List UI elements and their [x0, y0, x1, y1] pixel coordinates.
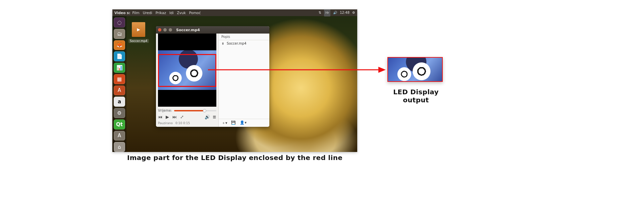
- led-output-thumbnail: [387, 57, 443, 82]
- media-player-window: Soccer.mp4 Vrijeme: ⏮ ▶ ⏭: [156, 26, 269, 127]
- playback-time: 0:10 0:15: [175, 121, 190, 125]
- font-util-icon[interactable]: A: [114, 86, 125, 96]
- menu-film[interactable]: Film: [132, 9, 140, 16]
- playlist-user-button[interactable]: 👤▾: [239, 120, 248, 125]
- clock-indicator[interactable]: 12:48: [340, 9, 350, 16]
- window-titlebar[interactable]: Soccer.mp4: [156, 26, 269, 34]
- playlist-header: Popis: [219, 34, 269, 40]
- menu-zvuk[interactable]: Zvuk: [177, 9, 186, 16]
- volume-indicator-icon[interactable]: 🔊: [333, 9, 337, 16]
- crop-rectangle: [158, 54, 216, 87]
- menu-uredi[interactable]: Uredi: [143, 9, 152, 16]
- qt-icon[interactable]: Qt: [114, 119, 125, 129]
- volume-icon[interactable]: 🔊: [205, 114, 210, 119]
- led-output-caption: LED Display output: [382, 88, 449, 104]
- dash-icon[interactable]: ◌: [114, 17, 125, 28]
- bottom-caption: Image part for the LED Display enclosed …: [112, 154, 357, 162]
- playlist-item[interactable]: ⏸ Soccer.mp4: [219, 40, 269, 47]
- playlist-save-button[interactable]: 💾: [230, 120, 237, 125]
- playlist-pane: Popis ⏸ Soccer.mp4 ＋▾ 💾 👤▾: [218, 34, 269, 127]
- menu-pomoc[interactable]: Pomoć: [189, 9, 201, 16]
- playback-status: Pauzirano: [158, 121, 173, 125]
- skip-back-button[interactable]: ⏮: [158, 114, 162, 119]
- desktop-file-soccer[interactable]: ▶ Soccer.mp4: [128, 22, 149, 43]
- session-gear-icon[interactable]: ⚙: [352, 9, 355, 16]
- ubuntu-desktop: Video s: Film Uredi Prikaz Idi Zvuk Pomo…: [112, 9, 357, 152]
- window-minimize-button[interactable]: [163, 28, 167, 32]
- playlist-add-button[interactable]: ＋▾: [221, 120, 228, 125]
- window-title: Soccer.mp4: [176, 28, 200, 32]
- video-canvas[interactable]: [158, 34, 216, 107]
- top-menubar: Video s: Film Uredi Prikaz Idi Zvuk Pomo…: [112, 9, 357, 16]
- language-indicator[interactable]: Hr: [324, 9, 330, 16]
- menu-idi[interactable]: Idi: [169, 9, 174, 16]
- amazon-icon[interactable]: a: [114, 97, 125, 107]
- playlist-toggle-button[interactable]: ≣: [213, 114, 216, 119]
- calc-icon[interactable]: 📊: [114, 63, 125, 73]
- player-main-pane: Vrijeme: ⏮ ▶ ⏭ ⤢ 🔊 ≣: [156, 34, 218, 127]
- network-indicator-icon[interactable]: ⇅: [319, 9, 321, 16]
- system-settings-icon[interactable]: ⚙: [114, 108, 125, 118]
- desktop-file-label: Soccer.mp4: [128, 39, 149, 43]
- files-icon[interactable]: 🗂: [114, 29, 125, 39]
- fullscreen-button[interactable]: ⤢: [180, 114, 184, 119]
- skip-forward-button[interactable]: ⏭: [172, 114, 177, 119]
- impress-icon[interactable]: ▦: [114, 74, 125, 84]
- menu-prikaz[interactable]: Prikaz: [156, 9, 166, 16]
- window-close-button[interactable]: [158, 28, 161, 32]
- playlist-item-label: Soccer.mp4: [227, 42, 246, 45]
- unity-launcher: ◌ 🗂 🦊 📄 📊 ▦ A a ⚙ Qt A ⌂: [112, 16, 126, 152]
- play-button[interactable]: ▶: [166, 114, 169, 119]
- app-title: Video s:: [114, 9, 130, 16]
- software-updater-icon[interactable]: A: [114, 131, 125, 141]
- playlist-item-pause-icon: ⏸: [221, 42, 224, 45]
- drive-icon[interactable]: ⌂: [114, 142, 125, 152]
- video-file-icon: ▶: [132, 22, 145, 37]
- svg-marker-1: [378, 67, 386, 73]
- playlist-toolbar: ＋▾ 💾 👤▾: [219, 119, 269, 127]
- window-maximize-button[interactable]: [169, 28, 172, 32]
- seek-slider[interactable]: [174, 110, 216, 111]
- time-label: Vrijeme:: [158, 109, 172, 112]
- firefox-icon[interactable]: 🦊: [114, 40, 125, 50]
- writer-icon[interactable]: 📄: [114, 51, 125, 61]
